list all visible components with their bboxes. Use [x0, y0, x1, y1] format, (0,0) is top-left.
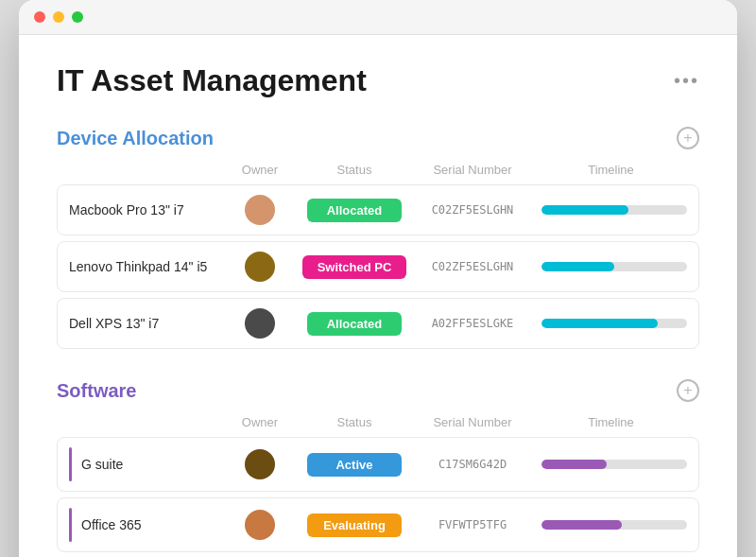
- avatar: [245, 252, 275, 282]
- app-window: IT Asset Management ••• Device Allocatio…: [19, 0, 737, 557]
- device-section: Device Allocation + Owner Status Serial …: [57, 127, 699, 349]
- timeline-bar: [541, 520, 687, 530]
- owner-cell: [222, 195, 298, 225]
- timeline-cell: [534, 205, 687, 215]
- avatar: [245, 195, 275, 225]
- status-badge: Active: [307, 453, 402, 477]
- device-macbook-label: Macbook Pro 13" i7: [69, 202, 184, 218]
- table-row: Office 365 Evaluating FVFWTP5TFG: [57, 497, 699, 552]
- maximize-dot[interactable]: [72, 11, 83, 23]
- owner-cell: [222, 510, 298, 540]
- serial-number: FVFWTP5TFG: [438, 518, 507, 531]
- device-table-header: Owner Status Serial Number Timeline: [57, 163, 699, 184]
- sw-item-name: Office 365: [69, 508, 222, 542]
- timeline-fill: [541, 460, 607, 469]
- sw-gsuite-label: G suite: [81, 457, 123, 472]
- status-cell: Allocated: [298, 312, 411, 336]
- timeline-cell: [534, 460, 687, 469]
- device-col-owner: Owner: [222, 163, 298, 177]
- timeline-cell: [534, 319, 687, 328]
- owner-cell: [222, 252, 298, 282]
- minimize-dot[interactable]: [53, 11, 64, 23]
- timeline-fill: [541, 319, 658, 328]
- avatar: [245, 449, 275, 479]
- device-section-title: Device Allocation: [57, 128, 214, 149]
- status-cell: Switched PC: [298, 255, 411, 279]
- table-row: Macbook Pro 13" i7 Allocated C02ZF5ESLGH…: [57, 184, 699, 235]
- sw-col-owner: Owner: [222, 415, 298, 429]
- device-item-name: Lenovo Thinkpad 14" i5: [69, 259, 222, 274]
- serial-number: C02ZF5ESLGHN: [432, 260, 514, 273]
- serial-number: C17SM6G42D: [438, 458, 507, 471]
- device-section-header: Device Allocation +: [57, 127, 699, 149]
- avatar: [245, 510, 275, 540]
- device-col-name: [68, 163, 222, 177]
- timeline-bar: [541, 205, 687, 215]
- close-dot[interactable]: [34, 11, 45, 23]
- timeline-fill: [541, 205, 628, 215]
- timeline-fill: [541, 520, 622, 530]
- status-badge: Allocated: [307, 312, 402, 336]
- software-section-title: Software: [57, 380, 136, 402]
- software-table-header: Owner Status Serial Number Timeline: [57, 415, 699, 437]
- sw-item-name: G suite: [69, 447, 222, 481]
- serial-cell: C02ZF5ESLGHN: [411, 203, 534, 217]
- avatar: [245, 308, 275, 339]
- status-cell: Allocated: [298, 199, 411, 222]
- sw-col-serial: Serial Number: [411, 415, 534, 429]
- page-title: IT Asset Management: [57, 63, 367, 98]
- serial-cell: FVFWTP5TFG: [411, 518, 534, 531]
- device-col-timeline: Timeline: [534, 163, 688, 177]
- software-section: Software + Owner Status Serial Number Ti…: [57, 379, 699, 557]
- serial-number: C02ZF5ESLGHN: [432, 203, 514, 217]
- more-options-button[interactable]: •••: [674, 70, 699, 92]
- device-dell-label: Dell XPS 13" i7: [69, 316, 159, 331]
- sw-office365-label: Office 365: [81, 517, 142, 532]
- serial-number: A02FF5ESLGKE: [432, 317, 514, 330]
- serial-cell: A02FF5ESLGKE: [411, 317, 534, 330]
- timeline-fill: [541, 262, 614, 271]
- owner-cell: [222, 308, 298, 339]
- timeline-bar: [541, 460, 687, 469]
- device-add-button[interactable]: +: [677, 127, 699, 149]
- device-col-serial: Serial Number: [411, 163, 534, 177]
- page-header: IT Asset Management •••: [57, 63, 699, 98]
- status-cell: Active: [298, 453, 411, 477]
- timeline-cell: [534, 262, 687, 271]
- status-cell: Evaluating: [298, 513, 411, 537]
- timeline-bar: [541, 262, 687, 271]
- sw-col-timeline: Timeline: [534, 415, 688, 429]
- sw-col-status: Status: [298, 415, 411, 429]
- left-accent: [69, 508, 72, 542]
- device-lenovo-label: Lenovo Thinkpad 14" i5: [69, 259, 207, 274]
- table-row: Dell XPS 13" i7 Allocated A02FF5ESLGKE: [57, 298, 699, 349]
- title-bar: [19, 0, 737, 35]
- software-section-header: Software +: [57, 379, 699, 402]
- status-badge: Allocated: [307, 199, 402, 222]
- serial-cell: C02ZF5ESLGHN: [411, 260, 534, 273]
- software-add-button[interactable]: +: [677, 379, 699, 402]
- table-row: G suite Active C17SM6G42D: [57, 437, 699, 492]
- main-content: IT Asset Management ••• Device Allocatio…: [19, 35, 737, 557]
- left-accent: [69, 447, 72, 481]
- status-badge: Evaluating: [307, 513, 402, 537]
- status-badge: Switched PC: [302, 255, 407, 279]
- device-item-name: Macbook Pro 13" i7: [69, 202, 222, 218]
- owner-cell: [222, 449, 298, 479]
- table-row: Lenovo Thinkpad 14" i5 Switched PC C02ZF…: [57, 241, 699, 292]
- sw-col-name: [68, 415, 222, 429]
- device-item-name: Dell XPS 13" i7: [69, 316, 222, 331]
- device-col-status: Status: [298, 163, 411, 177]
- timeline-cell: [534, 520, 687, 530]
- serial-cell: C17SM6G42D: [411, 458, 534, 471]
- timeline-bar: [541, 319, 687, 328]
